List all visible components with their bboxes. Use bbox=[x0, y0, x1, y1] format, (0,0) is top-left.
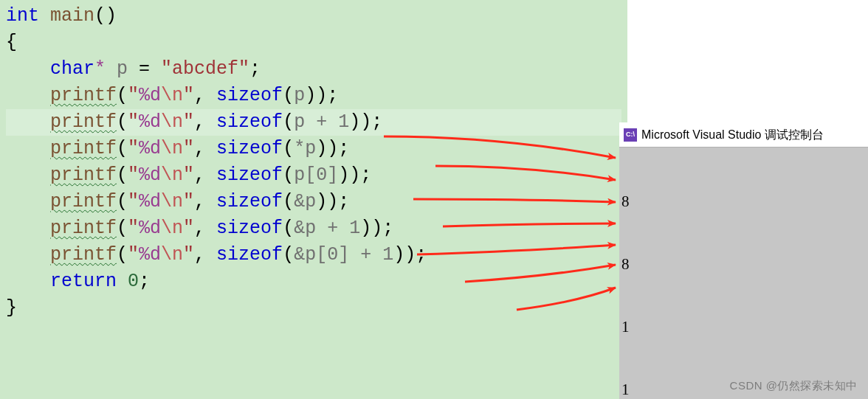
output-line: 1 bbox=[621, 316, 866, 337]
brace-open: { bbox=[6, 32, 17, 53]
line-printf-7: printf("%d\n", sizeof(&p[0] + 1)); bbox=[6, 242, 621, 268]
vs-icon: C:\ bbox=[624, 128, 637, 142]
watermark: CSDN @仍然探索未知中 bbox=[730, 379, 858, 393]
output-line: 8 bbox=[621, 254, 866, 274]
console-titlebar[interactable]: C:\ Microsoft Visual Studio 调试控制台 bbox=[619, 122, 868, 148]
line-printf-2: printf("%d\n", sizeof(p + 1)); bbox=[6, 109, 621, 136]
line-printf-6: printf("%d\n", sizeof(&p + 1)); bbox=[6, 215, 621, 242]
main-fn: main bbox=[50, 5, 94, 27]
code-editor[interactable]: int main() { char* p = "abcdef"; printf(… bbox=[0, 0, 627, 399]
console-title-text: Microsoft Visual Studio 调试控制台 bbox=[641, 127, 824, 143]
debug-console[interactable]: C:\ Microsoft Visual Studio 调试控制台 8 8 1 … bbox=[619, 122, 868, 399]
line-printf-5: printf("%d\n", sizeof(&p)); bbox=[6, 189, 621, 215]
line-printf-1: printf("%d\n", sizeof(p)); bbox=[6, 83, 621, 109]
output-line: 8 bbox=[621, 191, 866, 212]
brace-close: } bbox=[6, 297, 17, 319]
line-printf-4: printf("%d\n", sizeof(p[0])); bbox=[6, 162, 621, 189]
console-body: 8 8 1 1 8 8 8 D:\code\c-language-lea 按任意… bbox=[619, 148, 868, 399]
keyword-int: int bbox=[6, 5, 39, 27]
line-printf-3: printf("%d\n", sizeof(*p)); bbox=[6, 136, 621, 162]
